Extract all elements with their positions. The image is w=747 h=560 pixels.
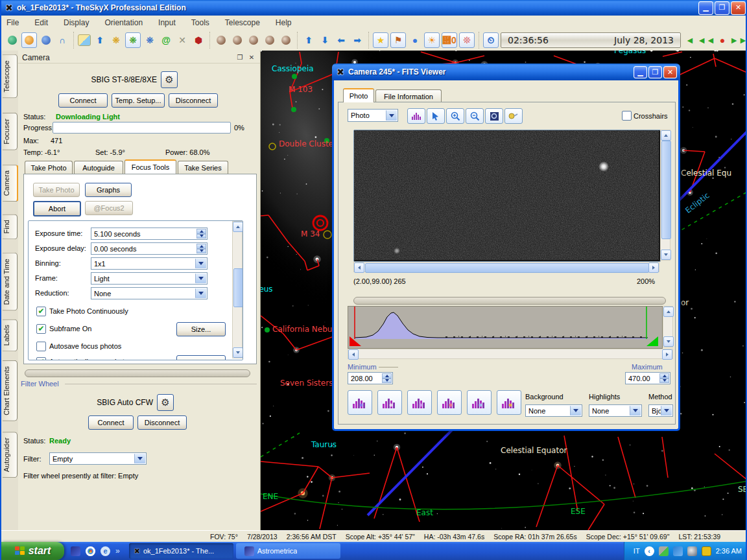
menu-edit[interactable]: Edit [34, 18, 48, 27]
minimum-spinbox[interactable]: 208.00 [348, 372, 393, 384]
background-combo[interactable]: None [525, 404, 582, 417]
spinner-arrows-icon[interactable] [659, 373, 669, 383]
planet-icon[interactable] [214, 33, 228, 47]
scroll-right-icon[interactable] [662, 349, 672, 360]
person-orange-icon[interactable] [21, 32, 37, 48]
person-blue-icon[interactable] [39, 33, 53, 47]
tab-focus-tools[interactable]: Focus Tools [124, 159, 176, 174]
target-icon[interactable]: @ [159, 33, 173, 47]
graphs-button[interactable]: Graphs [85, 183, 132, 197]
fits-image-view[interactable] [353, 130, 661, 262]
temp-setup-button[interactable]: Temp. Setup... [112, 93, 165, 108]
person-green-icon[interactable] [5, 33, 19, 47]
filter-disconnect-button[interactable]: Disconnect [137, 415, 187, 430]
balls-icon[interactable]: ● [408, 33, 422, 47]
stretch-preset-button[interactable] [497, 390, 521, 415]
focus2-button[interactable]: @Focus2 [85, 201, 133, 215]
image-vertical-scrollbar[interactable] [660, 130, 670, 261]
stretch-preset-button[interactable] [377, 390, 402, 415]
app-quicklaunch-icon[interactable] [71, 546, 80, 556]
minimize-button[interactable]: ▁ [698, 1, 713, 15]
chevron-down-icon[interactable] [195, 288, 206, 298]
quick-launch-overflow-chevron[interactable]: » [115, 546, 120, 555]
pan-right-icon[interactable]: ➡ [350, 33, 364, 47]
sidebar-tab-focuser[interactable]: Focuser [3, 113, 18, 150]
scrollbar-thumb[interactable] [661, 141, 671, 239]
fits-mode-combo[interactable]: Photo [348, 109, 398, 122]
tab-take-series[interactable]: Take Series [178, 161, 228, 174]
time-rewind-icon[interactable]: ◄◄ [699, 33, 713, 47]
tray-network-icon[interactable] [659, 546, 669, 556]
partial-button[interactable]: Auto... [176, 355, 226, 360]
star-icon[interactable]: ★ [373, 32, 388, 48]
tab-autoguide[interactable]: Autoguide [74, 161, 123, 174]
sun-icon[interactable]: ☀ [424, 32, 440, 48]
monitor-clock-icon[interactable]: ⏲ [483, 32, 499, 48]
scroll-up-icon[interactable] [661, 130, 671, 141]
sidebar-tab-telescope[interactable]: Telescope [3, 54, 18, 99]
time-stop-icon[interactable]: ● [715, 33, 729, 47]
scroll-down-icon[interactable] [233, 347, 243, 358]
fits-minimize-button[interactable]: ▁ [634, 66, 647, 78]
tray-collapse-chevron-icon[interactable]: ‹ [645, 546, 654, 556]
chevron-down-icon[interactable] [661, 406, 672, 415]
sidebar-tab-date-and-time[interactable]: Date and Time [3, 253, 18, 311]
language-indicator[interactable]: IT [634, 547, 640, 555]
chevron-down-icon[interactable] [570, 406, 581, 415]
camera-settings-gear-icon[interactable]: ⚙ [161, 71, 178, 88]
field-exposuredelay[interactable]: 0.00 seconds [91, 242, 208, 255]
pan-left-icon[interactable]: ⬅ [334, 33, 348, 47]
arrow-up-icon[interactable]: ⬆ [93, 33, 107, 47]
take-photo-button[interactable]: Take Photo [33, 183, 80, 197]
bee-icon[interactable]: ❋ [109, 33, 123, 47]
chart-flag-icon[interactable]: ⚑ [390, 32, 406, 48]
maximize-button[interactable]: ❐ [715, 1, 729, 15]
chevron-down-icon[interactable] [195, 274, 206, 283]
app-titlebar[interactable]: ✖ ok_1Feb2013* - TheSkyX Professional Ed… [1, 0, 747, 16]
scroll-down-icon[interactable] [661, 250, 671, 260]
sidebar-tab-labels[interactable]: Labels [3, 319, 18, 351]
nebula-icon[interactable]: ❊ [459, 32, 475, 48]
sidebar-tab-camera[interactable]: Camera [3, 165, 19, 202]
fits-close-button[interactable]: ✕ [663, 66, 677, 78]
filter-connect-button[interactable]: Connect [88, 415, 134, 430]
planet-icon[interactable] [230, 33, 244, 47]
checkbox-take-photo-continuously[interactable]: ✔ [36, 307, 46, 316]
planet-icon[interactable] [246, 33, 261, 47]
menu-file[interactable]: File [6, 18, 19, 27]
stretch-preset-button[interactable] [407, 390, 432, 415]
time-forward-icon[interactable]: ►► [731, 33, 746, 47]
histogram-vertical-scrollbar[interactable] [663, 306, 673, 347]
scroll-up-icon[interactable] [663, 307, 674, 317]
method-combo[interactable]: Bjorn [648, 404, 673, 417]
spin-down-icon[interactable] [196, 249, 206, 254]
spin-up-icon[interactable] [196, 229, 206, 234]
zoom-out-icon[interactable] [466, 108, 484, 124]
spinner-arrows-icon[interactable] [382, 373, 392, 383]
tray-update-icon[interactable] [673, 546, 683, 556]
photo-icon[interactable] [78, 34, 91, 46]
fits-maximize-button[interactable]: ❐ [648, 66, 662, 78]
planet-icon[interactable] [279, 33, 293, 47]
pointer-tool-icon[interactable] [427, 108, 445, 124]
camera-panel-header[interactable]: Camera ❐ ✕ [18, 52, 260, 64]
camera-connect-button[interactable]: Connect [58, 93, 108, 108]
headphones-icon[interactable]: ∩ [55, 33, 69, 47]
menu-telescope[interactable]: Telescope [225, 18, 260, 27]
pan-down-icon[interactable]: ⬇ [318, 33, 332, 47]
histogram-horizontal-scrollbar[interactable] [348, 349, 673, 359]
size-button[interactable]: Size... [176, 322, 226, 336]
scroll-up-icon[interactable] [233, 222, 243, 232]
galaxy-icon[interactable]: ὎0 [442, 32, 457, 48]
scroll-left-icon[interactable] [348, 349, 359, 360]
delete-icon[interactable]: ✕ [175, 33, 189, 47]
camera-disconnect-button[interactable]: Disconnect [169, 93, 218, 108]
stretch-preset-button[interactable] [437, 390, 462, 415]
chevron-down-icon[interactable] [630, 406, 641, 415]
tray-clock[interactable]: 2:36 AM [716, 547, 742, 555]
chrome-icon[interactable] [86, 546, 95, 556]
time-step-back-icon[interactable]: ◄ [683, 33, 697, 47]
menu-help[interactable]: Help [276, 18, 292, 27]
histogram-display[interactable] [348, 306, 663, 349]
flashlight-icon[interactable] [504, 108, 523, 124]
